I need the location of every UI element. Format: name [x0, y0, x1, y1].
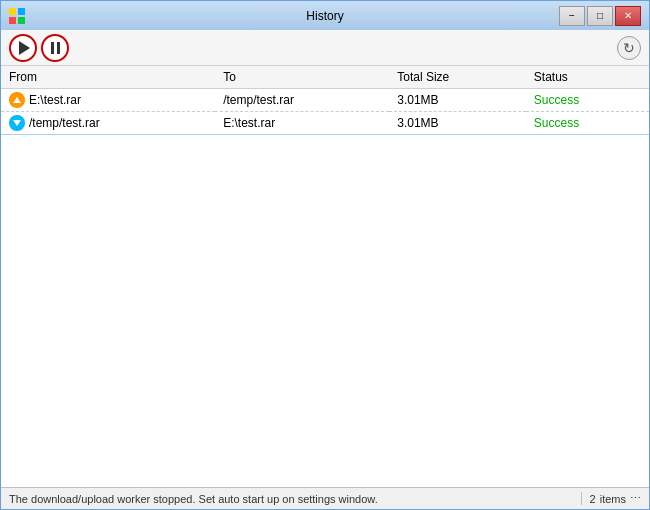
col-size: Total Size	[389, 66, 526, 89]
toolbar-right: ↻	[617, 36, 641, 60]
status-count-area: 2 items ⋯	[581, 492, 641, 505]
from-value-1: /temp/test.rar	[29, 116, 100, 130]
status-count-label: items	[600, 493, 626, 505]
maximize-button[interactable]: □	[587, 6, 613, 26]
col-status: Status	[526, 66, 649, 89]
download-icon	[9, 115, 25, 131]
pause-bar-left	[51, 42, 54, 54]
play-icon	[19, 41, 30, 55]
title-bar-left	[9, 8, 25, 24]
refresh-button[interactable]: ↻	[617, 36, 641, 60]
svg-rect-0	[9, 8, 16, 15]
minimize-button[interactable]: −	[559, 6, 585, 26]
table-header-row: From To Total Size Status	[1, 66, 649, 89]
title-bar: History − □ ✕	[0, 0, 650, 30]
app-icon	[9, 8, 25, 24]
status-count: 2	[590, 493, 596, 505]
cell-to-1: E:\test.rar	[215, 112, 389, 135]
cell-size-0: 3.01MB	[389, 89, 526, 112]
cell-from-1: /temp/test.rar	[1, 112, 215, 135]
col-to: To	[215, 66, 389, 89]
title-bar-controls: − □ ✕	[559, 6, 641, 26]
cell-size-1: 3.01MB	[389, 112, 526, 135]
toolbar: ↻	[1, 30, 649, 66]
svg-rect-2	[9, 17, 16, 24]
pause-bar-right	[57, 42, 60, 54]
main-window: ↻ From To Total Size Status E:\test.rar	[0, 30, 650, 510]
cell-status-1: Success	[526, 112, 649, 135]
cell-to-0: /temp/test.rar	[215, 89, 389, 112]
status-icon: ⋯	[630, 492, 641, 505]
col-from: From	[1, 66, 215, 89]
close-button[interactable]: ✕	[615, 6, 641, 26]
svg-rect-1	[18, 8, 25, 15]
status-bar: The download/upload worker stopped. Set …	[1, 487, 649, 509]
table-row[interactable]: E:\test.rar /temp/test.rar 3.01MB Succes…	[1, 89, 649, 112]
history-table: From To Total Size Status E:\test.rar /t…	[1, 66, 649, 135]
status-message: The download/upload worker stopped. Set …	[9, 493, 378, 505]
svg-rect-3	[18, 17, 25, 24]
history-table-area: From To Total Size Status E:\test.rar /t…	[1, 66, 649, 487]
pause-button[interactable]	[41, 34, 69, 62]
window-title: History	[0, 9, 650, 23]
table-row[interactable]: /temp/test.rar E:\test.rar 3.01MB Succes…	[1, 112, 649, 135]
play-button[interactable]	[9, 34, 37, 62]
upload-icon	[9, 92, 25, 108]
from-value-0: E:\test.rar	[29, 93, 81, 107]
pause-icon	[51, 42, 60, 54]
cell-from-0: E:\test.rar	[1, 89, 215, 112]
cell-status-0: Success	[526, 89, 649, 112]
